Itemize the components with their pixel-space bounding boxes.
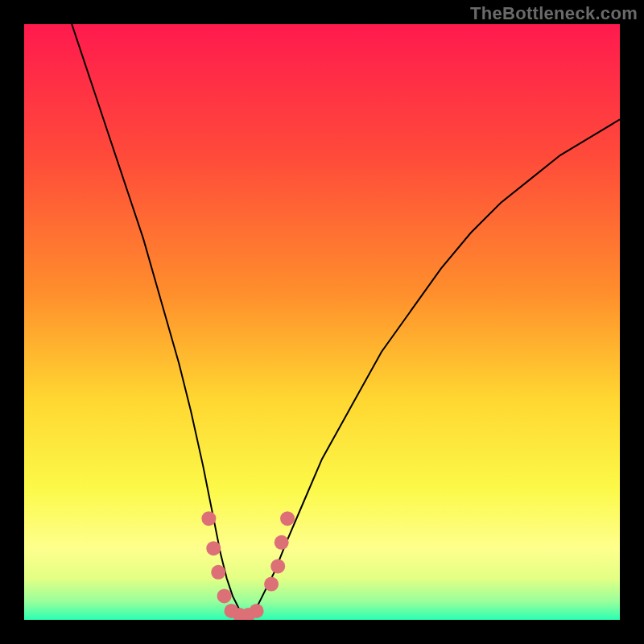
highlight-marker [264,577,279,592]
highlight-marker [250,604,264,618]
chart-stage: TheBottleneck.com [0,0,644,644]
highlight-marker [217,588,232,603]
highlight-marker [211,565,225,580]
gradient-background [24,24,620,620]
plot-svg [24,24,620,620]
highlight-marker [280,511,295,526]
highlight-marker [270,559,285,573]
highlight-marker [206,541,221,555]
watermark-text: TheBottleneck.com [470,3,638,24]
highlight-marker [275,535,289,550]
plot-area [24,24,620,620]
highlight-marker [201,511,216,526]
